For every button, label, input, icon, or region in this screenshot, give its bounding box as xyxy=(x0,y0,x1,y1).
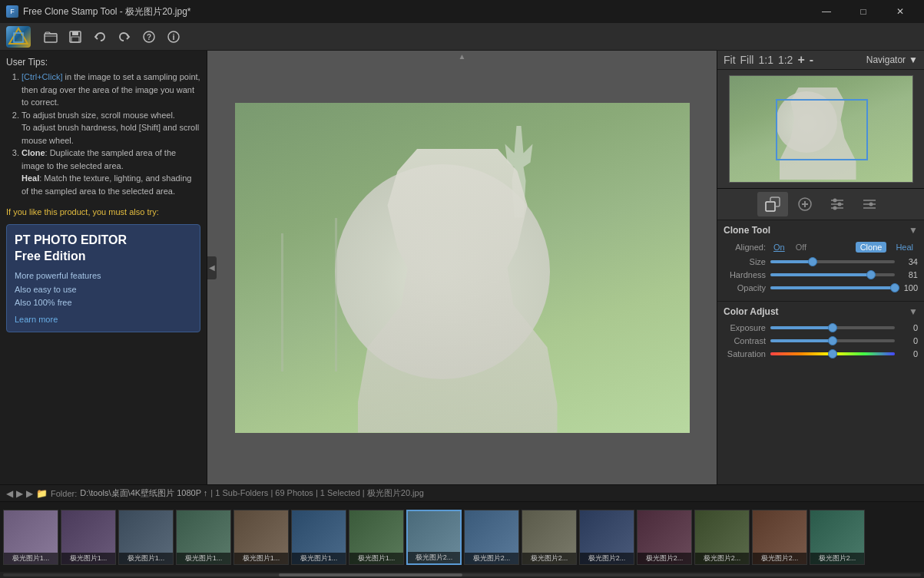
navigator-title[interactable]: Navigator ▼ xyxy=(866,54,918,65)
contrast-slider-thumb[interactable] xyxy=(828,336,837,345)
saturation-slider[interactable] xyxy=(770,352,895,355)
zoom-out-icon[interactable]: - xyxy=(810,54,813,66)
main-canvas[interactable] xyxy=(235,103,690,433)
redo-button[interactable] xyxy=(114,26,135,48)
tip2-title: To adjust brush size, scroll mouse wheel… xyxy=(22,111,175,120)
thumb-label: 极光图片1... xyxy=(234,553,288,564)
save-button[interactable] xyxy=(65,26,86,48)
promo-box[interactable]: PT PHOTO EDITOR Free Edition More powerf… xyxy=(6,224,200,332)
toolbar-logo xyxy=(6,26,31,48)
status-back-button[interactable]: ◀ xyxy=(6,488,13,499)
tip3-clone-label: Clone xyxy=(22,148,45,157)
zoom-1-1-button[interactable]: 1:1 xyxy=(758,54,773,65)
navigator-preview xyxy=(717,70,924,189)
filmstrip-inner: 极光图片1... 极光图片1... 极光图片1... 极光图片1... 极光图片… xyxy=(0,502,924,572)
close-button[interactable]: ✕ xyxy=(883,0,918,23)
color-adjust-expand-icon[interactable]: ▼ xyxy=(909,306,918,317)
tip3-heal-text: : Match the texture, lighting, and shadi… xyxy=(22,173,191,196)
undo-button[interactable] xyxy=(89,26,111,48)
thumb-label: 极光图片2... xyxy=(810,553,864,564)
filmstrip-item-11[interactable]: 极光图片2... xyxy=(637,510,692,565)
filmstrip-item-13[interactable]: 极光图片2... xyxy=(752,510,807,565)
filmstrip-item-6[interactable]: 极光图片1... xyxy=(349,510,404,565)
svg-rect-2 xyxy=(45,34,57,42)
help-button[interactable]: ? xyxy=(138,26,160,48)
toolbar: ? i xyxy=(0,23,924,51)
opacity-row: Opacity 100 xyxy=(724,283,918,292)
thumb-label: 极光图片2... xyxy=(638,553,691,564)
viewport-rect[interactable] xyxy=(776,99,868,160)
canvas-area[interactable]: ▲ xyxy=(207,51,717,484)
filmstrip-item-1[interactable]: 极光图片1... xyxy=(61,510,116,565)
filmstrip-item-3[interactable]: 极光图片1... xyxy=(176,510,231,565)
heal-mode-button[interactable]: Heal xyxy=(891,242,918,253)
tip3-heal-label: Heal xyxy=(22,173,39,183)
clone-tool-section: Clone Tool ▼ Aligned: On Off Clone Heal … xyxy=(717,220,924,302)
svg-rect-4 xyxy=(72,31,78,35)
size-slider-thumb[interactable] xyxy=(808,257,817,266)
dandelion-stem-2 xyxy=(335,218,337,372)
filmstrip-item-12[interactable]: 极光图片2... xyxy=(694,510,750,565)
exposure-slider-thumb[interactable] xyxy=(828,323,837,332)
heal-tab[interactable] xyxy=(790,192,820,216)
folder-path: D:\tools\桌面\4K壁纸图片 1080P ↑ xyxy=(80,487,207,499)
svg-point-22 xyxy=(869,203,873,206)
contrast-label: Contrast xyxy=(724,336,766,345)
filmstrip-item-5[interactable]: 极光图片1... xyxy=(291,510,346,565)
clone-tool-expand-icon[interactable]: ▼ xyxy=(909,225,918,236)
opacity-slider-thumb[interactable] xyxy=(890,283,899,292)
svg-point-16 xyxy=(837,203,841,206)
opacity-slider-fill xyxy=(770,286,895,289)
fill-button[interactable]: Fill xyxy=(740,54,754,65)
info-button[interactable]: i xyxy=(163,26,184,48)
title-bar: F Free Clone Stamp Tool - 极光图片20.jpg* — … xyxy=(0,0,924,23)
zoom-1-2-button[interactable]: 1:2 xyxy=(778,54,793,65)
zoom-in-icon[interactable]: + xyxy=(797,54,804,66)
saturation-slider-thumb[interactable] xyxy=(828,349,837,358)
filmstrip-item-8[interactable]: 极光图片2... xyxy=(464,510,519,565)
aligned-on-button[interactable]: On xyxy=(770,242,788,253)
size-slider[interactable] xyxy=(770,260,895,263)
color-adjust-header: Color Adjust ▼ xyxy=(724,306,918,317)
size-slider-fill xyxy=(770,260,813,263)
clone-mode-button[interactable]: Clone xyxy=(856,242,887,253)
thumb-label: 极光图片2... xyxy=(408,552,460,563)
hardness-slider[interactable] xyxy=(770,273,895,276)
window-controls: — □ ✕ xyxy=(809,0,918,23)
preview-image xyxy=(729,75,913,183)
opacity-slider[interactable] xyxy=(770,286,895,289)
promo-text: If you like this product, you must also … xyxy=(6,206,200,218)
filmstrip-item-2[interactable]: 极光图片1... xyxy=(118,510,174,565)
status-forward-btn2[interactable]: ▶ xyxy=(26,488,33,499)
exposure-slider[interactable] xyxy=(770,326,895,329)
scrollbar-thumb[interactable] xyxy=(279,573,462,576)
filmstrip-item-7[interactable]: 极光图片2... xyxy=(406,510,462,565)
filmstrip-item-10[interactable]: 极光图片2... xyxy=(579,510,634,565)
filmstrip-item-4[interactable]: 极光图片1... xyxy=(233,510,289,565)
tip1-highlight: [Ctrl+Click] xyxy=(22,72,62,81)
thumb-label: 极光图片2... xyxy=(695,553,749,564)
filmstrip-item-14[interactable]: 极光图片2... xyxy=(810,510,865,565)
status-forward-button[interactable]: ▶ xyxy=(16,488,23,499)
aligned-row: Aligned: On Off Clone Heal xyxy=(724,242,918,253)
tip3-clone-text: : Duplicate the sampled area of the imag… xyxy=(22,148,176,170)
zoom-controls: Fit Fill 1:1 1:2 + - xyxy=(724,54,813,66)
learn-more-link[interactable]: Learn more xyxy=(15,315,192,324)
contrast-value: 0 xyxy=(899,336,918,345)
contrast-slider[interactable] xyxy=(770,339,895,342)
thumb-label: 极光图片1... xyxy=(61,553,115,564)
minimize-button[interactable]: — xyxy=(809,0,844,23)
adjust-tab[interactable] xyxy=(822,192,853,216)
aligned-off-button[interactable]: Off xyxy=(793,242,810,253)
scroll-up-icon[interactable]: ▲ xyxy=(459,52,466,61)
filmstrip-item-9[interactable]: 极光图片2... xyxy=(522,510,577,565)
hardness-slider-thumb[interactable] xyxy=(866,270,876,279)
clone-stamp-tab[interactable] xyxy=(757,192,788,216)
settings-tab[interactable] xyxy=(854,192,885,216)
fit-button[interactable]: Fit xyxy=(724,54,736,65)
open-button[interactable] xyxy=(40,26,61,48)
maximize-button[interactable]: □ xyxy=(846,0,881,23)
filmstrip-item-0[interactable]: 极光图片1... xyxy=(3,510,58,565)
left-panel-collapse[interactable]: ◀ xyxy=(207,256,217,279)
thumb-label: 极光图片2... xyxy=(522,553,576,564)
